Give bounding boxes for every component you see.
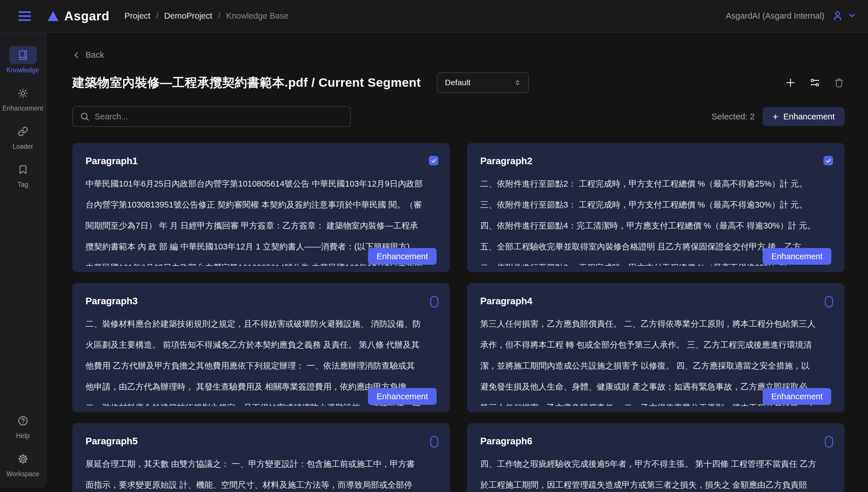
add-enhancement-label: Enhancement [783,112,835,121]
breadcrumb: Project / DemoProject / Knowledge Base [125,11,289,21]
chevron-left-icon [72,51,81,59]
select-updown-icon [513,78,522,87]
account-label: AsgardAI (Asgard Internal) [726,11,824,21]
sidebar: Knowledge Enhancement Loader Tag Help W [0,32,46,488]
sun-icon [9,84,37,102]
paragraph-cards-grid: Paragraph1 中華民國101年6月25日內政部台內營字第10108056… [72,143,844,492]
check-icon [430,157,437,164]
settings-sliders-button[interactable] [810,77,820,88]
main-content: Back 建築物室內裝修—工程承攬契約書範本.pdf / Current Seg… [46,32,868,492]
breadcrumb-knowledge-base: Knowledge Base [226,11,289,21]
check-icon [825,157,832,164]
user-avatar-icon[interactable] [832,10,843,22]
sliders-icon [810,77,820,88]
triangle-logo-icon [47,10,59,22]
card-title: Paragraph3 [85,296,437,306]
paragraph-card: Paragraph5 展延合理工期，其天數 由雙方協議之： 一、甲方變更設計：包… [72,423,450,492]
link-icon [9,123,37,140]
account-chevron-down-icon[interactable] [847,11,857,21]
search-box [72,106,351,127]
paragraph-card: Paragraph3 二、裝修材料應合於建築技術規則之規定，且不得妨害或破壞防火… [72,283,450,412]
back-label: Back [85,50,104,60]
paragraph-card: Paragraph4 第三人任何損害，乙方應負賠償責任。 二、乙方得依專業分工原… [467,283,844,412]
gear-icon [9,450,37,468]
card-checkbox[interactable] [430,436,438,447]
plus-glyph: + [772,111,778,122]
sidebar-item-label: Enhancement [3,104,43,112]
breadcrumb-demoproject[interactable]: DemoProject [164,11,213,21]
card-checkbox[interactable] [430,296,438,308]
app-header: Asgard Project / DemoProject / Knowledge… [0,0,868,32]
hamburger-menu-icon[interactable] [18,10,31,22]
search-input[interactable] [95,112,343,121]
trash-icon [834,77,844,88]
breadcrumb-project[interactable]: Project [125,11,150,21]
delete-button[interactable] [834,77,844,88]
selected-count-label: Selected: 2 [712,112,754,121]
card-checkbox[interactable] [825,296,833,308]
sidebar-item-loader[interactable]: Loader [0,123,46,150]
breadcrumb-separator: / [218,11,220,21]
paragraph-card: Paragraph1 中華民國101年6月25日內政部台內營字第10108056… [72,143,450,272]
enhancement-button[interactable]: Enhancement [368,388,437,405]
back-button[interactable]: Back [72,50,104,60]
help-circle-icon [9,412,37,430]
sidebar-item-label: Loader [13,143,33,150]
add-segment-button[interactable] [785,77,796,89]
card-title: Paragraph4 [480,296,831,306]
card-title: Paragraph2 [480,155,831,167]
logo-text: Asgard [64,9,110,23]
card-title: Paragraph6 [480,436,831,447]
card-title: Paragraph1 [85,155,437,167]
sidebar-item-label: Workspace [6,470,39,478]
breadcrumb-separator: / [156,11,158,21]
page-title: 建築物室內裝修—工程承攬契約書範本.pdf / Current Segment [72,74,421,91]
sidebar-item-help[interactable]: Help [0,412,46,440]
sidebar-item-label: Knowledge [7,66,39,74]
enhancement-button[interactable]: Enhancement [368,248,437,265]
plus-icon [785,77,796,89]
card-checkbox[interactable] [823,156,833,165]
sidebar-item-tag[interactable]: Tag [0,161,46,189]
bookmark-icon [9,161,37,178]
sidebar-item-label: Tag [18,181,28,189]
sidebar-item-label: Help [16,432,30,440]
sidebar-item-workspace[interactable]: Workspace [0,450,46,478]
app-logo: Asgard [47,9,110,23]
search-icon [80,112,90,121]
card-title: Paragraph5 [85,436,437,447]
segment-select-value: Default [445,78,470,87]
paragraph-card: Paragraph2 二、依附件進行至節點2： 工程完成時，甲方支付工程總價 %… [467,143,844,272]
sidebar-item-enhancement[interactable]: Enhancement [0,84,46,112]
book-icon [9,46,37,64]
card-checkbox[interactable] [429,156,438,165]
card-checkbox[interactable] [825,436,833,447]
card-text: 四、工作物之瑕疵經驗收完成後逾5年者，甲方不得主張。 第十四條 工程管理不當責任… [480,453,831,492]
paragraph-card: Paragraph6 四、工作物之瑕疵經驗收完成後逾5年者，甲方不得主張。 第十… [467,423,844,492]
card-text: 展延合理工期，其天數 由雙方協議之： 一、甲方變更設計：包含施工前或施工中，甲方… [85,453,437,492]
segment-select[interactable]: Default [437,72,529,93]
enhancement-button[interactable]: Enhancement [763,248,831,265]
sidebar-item-knowledge[interactable]: Knowledge [0,46,46,74]
enhancement-button[interactable]: Enhancement [763,388,831,405]
add-enhancement-button[interactable]: + Enhancement [763,107,844,126]
